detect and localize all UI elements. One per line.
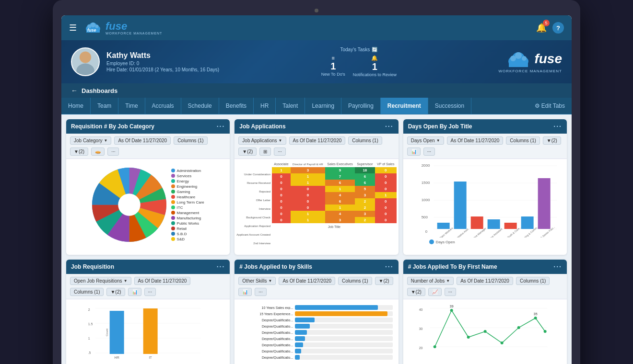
filter-icon-skills[interactable]: ▼(2) [375,277,393,285]
header-logo-section: ☰ fuse fuse [69,21,162,35]
date-filter-skills[interactable]: As Of Date 11/27/2020 [279,277,335,285]
svg-text:2000: 2000 [421,163,430,168]
bar-row-9: Degree/Qualificatio... [240,355,392,360]
columns-filter-jobreq[interactable]: Columns (1) [70,288,104,296]
chart-type-jobreq[interactable]: 📊 [128,288,141,296]
pie-label-energy: Energy [171,179,204,183]
widget-job-req-menu[interactable]: ··· [217,263,225,271]
bar-row-7: Degree/Qualificatio... [240,342,392,347]
nav-time[interactable]: Time [118,98,145,114]
help-button[interactable]: ? [552,22,564,34]
nav-talent[interactable]: Talent [276,98,305,114]
more-jobreq[interactable]: ··· [144,288,156,296]
filter-icon-req[interactable]: ▼(2) [70,148,88,156]
date-filter-jobreq[interactable]: As Of Date 11/27/2020 [134,277,191,285]
nav-payrolling[interactable]: Payrolling [341,98,381,114]
columns-filter-days[interactable]: Columns (1) [506,136,539,145]
open-reqs-filter[interactable]: Open Job Requisitions ▼ [70,277,131,285]
col-vp: VP of Sales [375,161,397,167]
back-arrow[interactable]: ← [71,87,78,94]
avatar-image [72,47,99,75]
pie-label-mfg: Manufacturing [171,216,204,220]
date-filter-name[interactable]: As Of Date 11/27/2020 [457,277,513,285]
chart-type-req[interactable]: 🥧 [91,148,105,156]
filter-icon-jobreq[interactable]: ▼(2) [106,288,125,296]
stage-label-5: Interview [236,205,272,214]
pie-labels: Administration Services Energy Engineeri… [171,169,204,241]
notification-bell[interactable]: 🔔 5 [536,23,547,33]
chart-type-days[interactable]: 📊 [407,148,421,156]
svg-point-17 [522,56,527,61]
svg-text:fuse: fuse [87,28,96,33]
header-icons: 🔔 5 ? [536,22,564,34]
svg-point-15 [510,56,516,61]
hamburger-icon[interactable]: ☰ [69,23,77,33]
date-filter-app[interactable]: As Of Date 11/27/2020 [289,136,346,145]
skills-filter[interactable]: Other Skills ▼ [238,277,276,285]
nav-team[interactable]: Team [91,98,118,114]
tasks-title: Today's Tasks 🔄 [340,47,377,52]
applications-filter[interactable]: Job Applications ▼ [238,136,286,145]
todos-label: New To Do's [321,72,345,77]
edit-tabs-button[interactable]: ⚙ Edit Tabs [528,98,572,114]
filter-icon-app[interactable]: ▼(2) [238,148,257,156]
bar-row-3: Degree/Qualificatio... [240,318,392,322]
job-category-filter[interactable]: Job Category ▼ [70,136,111,145]
pie-label-ltc: Long Term Care [171,200,204,205]
nav-recruitment[interactable]: Recruitment [381,98,428,114]
more-days[interactable]: ··· [423,148,435,156]
widget-requisition-menu[interactable]: ··· [217,123,225,130]
widget-jobs-by-skills: # Jobs Applied to by Skills ··· Other Sk… [234,260,398,364]
filter-icon-days[interactable]: ▼(2) [543,136,561,145]
nav-benefits[interactable]: Benefits [219,98,254,114]
widget-days-open-menu[interactable]: ··· [553,123,562,130]
logo-fuse-text: fuse [106,21,162,32]
widget-jobs-name-menu[interactable]: ··· [553,263,562,271]
logo-subtitle: WORKFORCE MANAGEMENT [106,32,162,35]
filter-icon-name[interactable]: ▼(2) [407,288,425,296]
nav-accruals[interactable]: Accruals [145,98,181,114]
more-name[interactable]: ··· [445,288,456,296]
dashboard-content: Requisition # By Job Category ··· Job Ca… [61,114,572,364]
nav-hr[interactable]: HR [254,98,276,114]
svg-point-70 [543,330,546,333]
days-open-filter[interactable]: Days Open ▼ [407,136,444,145]
table-row: 01430 [272,211,397,217]
stage-label-2: Resume Received [236,179,272,188]
nav-home[interactable]: Home [61,98,91,114]
stage-labels: Under Consideration Resume Received Reje… [236,161,272,248]
nav-succession[interactable]: Succession [428,98,471,114]
legend-label-days: Days Open [436,240,455,244]
pie-label-healthcare: Healthcare [171,195,204,199]
svg-text:HR: HR [115,356,119,359]
chart-type-app[interactable]: ⊞ [259,148,271,156]
jobs-name-filter[interactable]: Number of Jobs ▼ [407,277,454,285]
date-filter-days[interactable]: As Of Date 11/27/2020 [447,136,504,145]
date-filter-req[interactable]: As Of Date 11/27/2020 [114,136,171,145]
nav-schedule[interactable]: Schedule [181,98,219,114]
widget-days-open-title: Days Open By Job Title [408,123,472,130]
chart-type-skills[interactable]: 📊 [238,288,252,296]
bar-row-5: Degree/Qualificatio... [240,330,392,335]
more-app[interactable]: ··· [274,148,285,156]
screen: ☰ fuse fuse [61,15,572,364]
svg-text:20: 20 [419,346,422,350]
svg-point-69 [534,317,537,319]
chart-type-name[interactable]: 📈 [428,288,442,296]
columns-filter-skills[interactable]: Columns (1) [338,277,372,285]
jobs-name-chart-svg: 40 30 20 [405,301,565,364]
columns-filter-app[interactable]: Columns (1) [348,136,382,145]
svg-text:IT: IT [149,356,152,359]
columns-filter-req[interactable]: Columns (1) [174,136,207,145]
svg-text:39: 39 [449,305,453,308]
nav-learning[interactable]: Learning [305,98,341,114]
svg-point-16 [515,52,522,59]
widget-days-open-header: Days Open By Job Title ··· [403,119,567,134]
stage-label-1: Under Consideration [236,171,272,179]
widget-applications-menu[interactable]: ··· [385,123,394,130]
widget-skills-menu[interactable]: ··· [385,263,394,271]
more-req[interactable]: ··· [107,148,119,156]
table-row: 00431 [272,192,397,198]
more-skills[interactable]: ··· [255,288,266,296]
columns-filter-name[interactable]: Columns (1) [516,277,550,285]
